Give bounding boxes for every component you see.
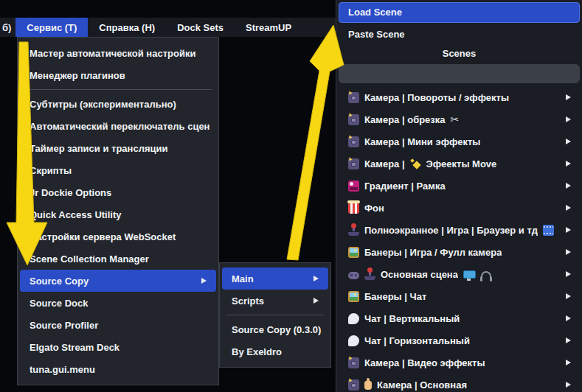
scene-label: Камера | обрезка xyxy=(364,114,446,125)
camera-icon xyxy=(348,158,359,169)
menu-bar-partial-item[interactable]: б) xyxy=(0,18,15,37)
submenu-arrow-icon xyxy=(201,278,207,284)
scene-menu-panel: Load Scene Paste Scene Scenes Камера | П… xyxy=(336,0,582,392)
scene-menu-item[interactable]: Чат | Горизонтальный xyxy=(339,329,580,351)
submenu-item-scripts[interactable]: Scripts xyxy=(220,290,330,312)
scene-menu-item[interactable]: Камера | Основная xyxy=(339,374,580,392)
sparkles-icon xyxy=(410,158,421,169)
scene-label: Фон xyxy=(364,203,384,214)
submenu-arrow-icon xyxy=(313,276,319,281)
menu-separator xyxy=(24,89,212,90)
submenu-arrow-icon xyxy=(566,337,571,343)
menu-item-scene-collection-manager[interactable]: Scene Collection Manager xyxy=(18,248,218,270)
gamepad-icon xyxy=(348,272,359,279)
scene-label: Чат | Вертикальный xyxy=(364,313,460,324)
source-copy-submenu: Main Scripts Source Copy (0.3.0) By Exel… xyxy=(219,262,331,368)
camera-icon xyxy=(348,136,359,147)
scene-label: Градиент | Рамка xyxy=(364,181,446,192)
scene-label: Камера | Основная xyxy=(377,379,467,391)
joystick-icon xyxy=(348,225,359,236)
menu-item-captions[interactable]: Субтитры (экспериментально) xyxy=(18,93,218,115)
popcorn-icon xyxy=(348,203,359,214)
camera-icon xyxy=(348,357,359,368)
scene-search-input[interactable] xyxy=(339,64,580,83)
scene-label: Чат | Горизонтальный xyxy=(364,335,470,346)
monitor-icon xyxy=(463,270,476,279)
scene-label: Полноэкранное | Игра | Браузер и тд xyxy=(364,225,538,236)
submenu-arrow-icon xyxy=(566,205,571,211)
submenu-arrow-icon xyxy=(566,139,571,144)
menu-bar-item-streamup[interactable]: StreamUP xyxy=(235,18,302,37)
submenu-arrow-icon xyxy=(313,298,319,304)
submenu-item-version: Source Copy (0.3.0) xyxy=(220,318,330,340)
scene-menu-item[interactable]: Градиент | Рамка xyxy=(339,175,580,197)
camera-icon xyxy=(348,114,359,125)
menu-item-label: Source Copy xyxy=(30,276,89,287)
load-scene-button[interactable]: Load Scene xyxy=(339,2,580,23)
menu-item-source-profiler[interactable]: Source Profiler xyxy=(18,314,218,336)
scene-label: Банеры | Игра / Фулл камера xyxy=(364,247,502,258)
submenu-arrow-icon xyxy=(566,271,571,277)
scene-menu-item[interactable]: Чат | Вертикальный xyxy=(339,307,580,329)
menu-item-plugin-manager[interactable]: Менеджер плагинов xyxy=(18,64,218,86)
pink-frame-icon xyxy=(348,181,359,192)
scene-menu-item[interactable]: Полноэкранное | Игра | Браузер и тд xyxy=(339,219,580,241)
scene-menu-item[interactable]: Основная сцена xyxy=(339,263,580,285)
scene-menu-item[interactable]: Камера | Видео эффекты xyxy=(339,351,580,374)
menu-bar-item-dock-sets[interactable]: Dock Sets xyxy=(166,18,235,37)
menu-item-output-timer[interactable]: Таймер записи и трансляции xyxy=(18,137,218,159)
scene-menu-item[interactable]: Камера | Эфеекты Move xyxy=(339,153,580,175)
menu-item-websocket-settings[interactable]: Настройки сервера WebSocket xyxy=(18,225,218,248)
submenu-arrow-icon xyxy=(566,293,571,299)
scene-label: Камера | Повороты / эффекты xyxy=(364,92,509,103)
camera-icon xyxy=(348,92,359,103)
submenu-item-label: Scripts xyxy=(232,295,264,307)
submenu-item-author: By Exeldro xyxy=(220,340,330,363)
picture-icon xyxy=(348,291,359,302)
scene-menu-item[interactable]: Камера | Мини эффекты xyxy=(339,130,580,153)
submenu-arrow-icon xyxy=(566,382,571,388)
menu-item-auto-scene-switcher[interactable]: Автоматический переключатель сцен xyxy=(18,115,218,137)
chat-bubble-icon xyxy=(348,313,359,324)
submenu-arrow-icon xyxy=(566,360,571,365)
picture-icon xyxy=(348,247,359,258)
headphones-icon xyxy=(481,271,491,279)
scenes-header: Scenes xyxy=(339,45,580,63)
scene-label: Эфеекты Move xyxy=(426,158,497,169)
tools-menu: Мастер автоматической настройки Менеджер… xyxy=(17,37,219,385)
scene-menu-item[interactable]: Камера | обрезка ✂ xyxy=(339,108,580,130)
menu-bar-item-tools[interactable]: Сервис (Т) xyxy=(15,18,88,37)
chat-bubble-icon xyxy=(348,335,359,346)
paste-scene-button[interactable]: Paste Scene xyxy=(339,24,580,45)
scene-label: Банеры | Чат xyxy=(364,291,426,302)
submenu-arrow-icon xyxy=(566,161,571,167)
submenu-arrow-icon xyxy=(566,227,571,233)
scene-label: Камера | xyxy=(364,158,405,169)
submenu-arrow-icon xyxy=(566,183,571,189)
menu-item-source-copy[interactable]: Source Copy xyxy=(20,270,216,292)
app-window: б) Сервис (Т) Справка (Н) Dock Sets Stre… xyxy=(0,0,582,392)
menu-item-jr-dockie-options[interactable]: Jr Dockie Options xyxy=(18,181,218,203)
scene-menu-item[interactable]: Банеры | Игра / Фулл камера xyxy=(339,241,580,263)
submenu-item-main[interactable]: Main xyxy=(222,267,328,290)
menu-item-auto-config[interactable]: Мастер автоматической настройки xyxy=(18,42,218,64)
scene-menu-item[interactable]: Банеры | Чат xyxy=(339,285,580,307)
menu-item-scripts[interactable]: Скрипты xyxy=(18,159,218,181)
joystick-icon xyxy=(364,269,375,280)
submenu-arrow-icon xyxy=(566,315,571,321)
menu-item-tuna-gui-menu[interactable]: tuna.gui.menu xyxy=(18,358,218,380)
submenu-arrow-icon xyxy=(566,116,571,122)
scene-label: Основная сцена xyxy=(381,269,458,280)
menu-bar-item-help[interactable]: Справка (Н) xyxy=(88,18,166,37)
pointing-finger-icon xyxy=(364,381,372,390)
menu-item-quick-access-utility[interactable]: Quick Access Utility xyxy=(18,203,218,225)
scene-label: Камера | Мини эффекты xyxy=(364,136,480,147)
scene-label: Камера | Видео эффекты xyxy=(364,357,485,368)
camera-icon xyxy=(348,379,359,391)
scene-menu-item[interactable]: Фон xyxy=(339,197,580,219)
submenu-arrow-icon xyxy=(566,249,571,255)
menu-item-elgato-stream-deck[interactable]: Elgato Stream Deck xyxy=(18,336,218,358)
menu-separator xyxy=(226,315,324,315)
menu-item-source-dock[interactable]: Source Dock xyxy=(18,292,218,314)
scene-menu-item[interactable]: Камера | Повороты / эффекты xyxy=(339,86,580,108)
